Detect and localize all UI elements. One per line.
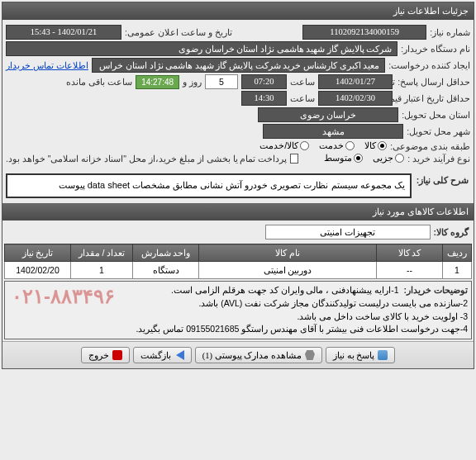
- remain-label: ساعت باقی مانده: [66, 77, 132, 87]
- cell-idx: 1: [443, 262, 472, 279]
- note-line-3: 3- اولویت خرید با کالای ساخت داخل می باش…: [8, 311, 468, 324]
- creator-label: ایجاد کننده درخواست:: [388, 60, 470, 70]
- desc-box: یک مجموعه سیستم نظارت تصویری خودرو آتش ن…: [6, 173, 412, 198]
- attachment-icon: [305, 350, 315, 360]
- radio-mid-label: متوسط: [324, 153, 352, 164]
- desc-label: شرح کلی نیاز:: [413, 170, 472, 190]
- radio-service[interactable]: خدمت: [319, 140, 355, 151]
- radio-low[interactable]: جزیی: [373, 153, 404, 164]
- panel-title: جزئیات اطلاعات نیاز: [2, 2, 474, 20]
- days-field: 5: [205, 74, 238, 89]
- radio-goods[interactable]: کالا: [364, 140, 387, 151]
- back-icon: [174, 350, 184, 360]
- group-label: گروه کالا:: [434, 227, 469, 237]
- radio-dot-icon: [300, 141, 309, 150]
- doc-icon: [378, 350, 388, 360]
- radio-dot-icon: [395, 154, 404, 163]
- days-label: روز و: [183, 77, 202, 87]
- attachments-button[interactable]: مشاهده مدارک پیوستی (1): [195, 347, 322, 363]
- col-idx: ردیف: [443, 244, 472, 262]
- req-no-field: 1102092134000159: [302, 25, 426, 40]
- note-line-2: 2-سازنده می بایست درلیست تولیدکنندگان مج…: [8, 297, 468, 311]
- note-line-4: 4-جهت درخواست اطلاعات فنی بیشتر با آقای …: [8, 323, 468, 336]
- cell-unit: دستگاه: [133, 262, 199, 279]
- province-label: استان محل تحویل:: [402, 110, 470, 120]
- remaining-time-badge: 14:27:48: [136, 75, 179, 89]
- pub-date-field: 1402/01/21 - 15:43: [6, 25, 121, 40]
- button-bar: پاسخ به نیاز مشاهده مدارک پیوستی (1) باز…: [2, 341, 474, 368]
- attach-label: مشاهده مدارک پیوستی (1): [202, 350, 302, 360]
- valid-time: 14:30: [241, 91, 287, 106]
- payment-note: پرداخت تمام یا بخشی از مبلغ خرید،از محل …: [6, 154, 287, 164]
- cell-code: --: [377, 262, 443, 279]
- col-qty: تعداد / مقدار: [71, 244, 133, 262]
- radio-dot-icon: [378, 141, 387, 150]
- pub-date-label: تاریخ و ساعت اعلان عمومی:: [125, 27, 232, 37]
- radio-low-label: جزیی: [373, 153, 393, 164]
- cell-name: دوربین امنیتی: [199, 262, 377, 279]
- exit-label: خروج: [88, 350, 109, 360]
- back-label: بازگشت: [140, 350, 171, 360]
- goods-title: اطلاعات کالاهای مورد نیاز: [2, 203, 474, 221]
- col-code: کد کالا: [377, 244, 443, 262]
- deadline-date: 1402/01/27: [318, 74, 393, 89]
- col-name: نام کالا: [199, 244, 377, 262]
- info-section: شماره نیاز: 1102092134000159 تاریخ و ساع…: [2, 20, 474, 168]
- radio-dot-icon: [345, 141, 355, 150]
- respond-label: پاسخ به نیاز: [333, 350, 374, 360]
- exit-button[interactable]: خروج: [81, 347, 130, 363]
- group-field: تجهیزات امنیتی: [265, 225, 431, 239]
- cell-date: 1402/02/20: [5, 262, 71, 279]
- note-line-1: 1-ارایه پیشنهادفنی ، مالی وایران کد جهت …: [8, 284, 468, 297]
- deadline-label: حداقل ارسال پاسخ: تا تاریخ:: [396, 77, 470, 87]
- province-field: خراسان رضوی: [258, 107, 398, 122]
- category-label: طبقه بندی موضوعی:: [390, 141, 470, 151]
- valid-label: حداقل تاریخ اعتبار قیمت: تا تاریخ:: [396, 93, 470, 103]
- radio-dot-icon: [354, 154, 363, 163]
- creator-field: معید اکبری کارشناس خرید شرکت پالایش گاز …: [92, 58, 385, 73]
- buyer-field: شرکت پالایش گاز شهید هاشمی نژاد استان خر…: [6, 41, 397, 56]
- buyer-note-label: توضیحات خریدار:: [404, 284, 468, 297]
- radio-service-label: خدمت: [319, 140, 344, 151]
- col-date: تاریخ نیاز: [5, 244, 71, 262]
- valid-date: 1402/02/30: [318, 91, 393, 106]
- buyer-label: نام دستگاه خریدار:: [401, 44, 470, 54]
- buyer-note: توضیحات خریدار: 1-ارایه پیشنهادفنی ، مال…: [4, 281, 472, 339]
- city-field: مشهد: [263, 124, 403, 139]
- time-label-1: ساعت: [290, 77, 315, 87]
- radio-both-label: کالا/خدمت: [259, 140, 298, 151]
- process-label: نوع فرآیند خرید :: [407, 154, 470, 164]
- main-panel: جزئیات اطلاعات نیاز شماره نیاز: 11020921…: [2, 2, 474, 369]
- time-label-2: ساعت: [290, 93, 315, 103]
- radio-mid[interactable]: متوسط: [324, 153, 363, 164]
- back-button[interactable]: بازگشت: [133, 347, 192, 363]
- col-unit: واحد شمارش: [133, 244, 199, 262]
- req-no-label: شماره نیاز:: [430, 27, 470, 37]
- goods-table: ردیف کد کالا نام کالا واحد شمارش تعداد /…: [4, 244, 472, 279]
- deadline-time: 07:20: [241, 74, 287, 89]
- city-label: شهر محل تحویل:: [407, 126, 470, 136]
- cell-qty: 1: [71, 262, 133, 279]
- contact-link[interactable]: اطلاعات تماس خریدار: [6, 60, 88, 70]
- respond-button[interactable]: پاسخ به نیاز: [326, 347, 395, 363]
- radio-both[interactable]: کالا/خدمت: [259, 140, 309, 151]
- payment-checkbox[interactable]: [290, 154, 298, 164]
- table-row[interactable]: 1 -- دوربین امنیتی دستگاه 1 1402/02/20: [5, 262, 472, 279]
- radio-goods-label: کالا: [364, 140, 376, 151]
- exit-icon: [112, 350, 122, 360]
